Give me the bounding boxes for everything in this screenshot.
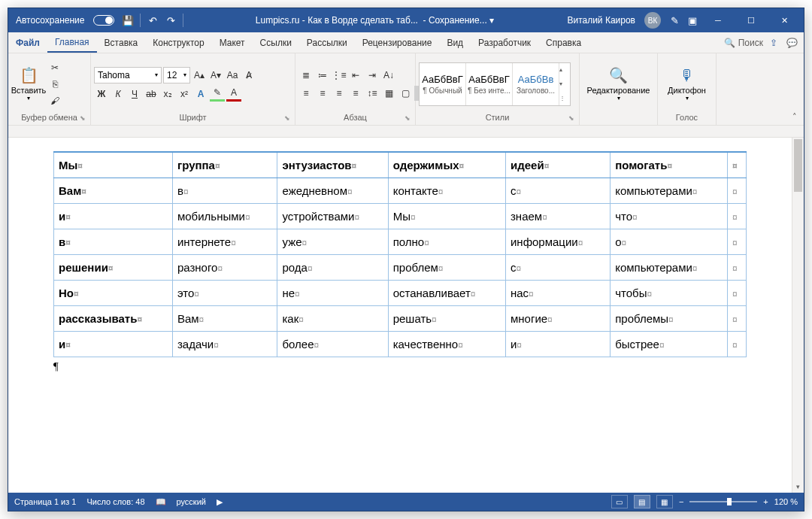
copy-icon[interactable]: ⎘ bbox=[47, 77, 62, 92]
table-cell[interactable]: более¤ bbox=[277, 332, 388, 357]
style-heading[interactable]: АаБбВвЗаголово... bbox=[513, 63, 559, 105]
table-cell[interactable]: ¤ bbox=[727, 281, 746, 306]
shading-icon[interactable]: ▦ bbox=[381, 86, 396, 101]
table-cell[interactable]: ¤ bbox=[727, 178, 746, 204]
table-cell[interactable]: рода¤ bbox=[277, 255, 388, 281]
draw-icon[interactable]: ✎ bbox=[665, 11, 683, 29]
table-cell[interactable]: задачи¤ bbox=[172, 332, 277, 357]
subscript-icon[interactable]: x₂ bbox=[160, 86, 175, 102]
bold-icon[interactable]: Ж bbox=[94, 86, 109, 102]
table-cell[interactable]: ¤ bbox=[727, 306, 746, 332]
table-cell[interactable]: с¤ bbox=[505, 255, 610, 281]
underline-icon[interactable]: Ч bbox=[127, 86, 142, 102]
table-cell[interactable]: не¤ bbox=[277, 281, 388, 306]
table-cell[interactable]: Вам¤ bbox=[172, 306, 277, 332]
tab-mailings[interactable]: Рассылки bbox=[299, 32, 355, 53]
table-cell[interactable]: ¤ bbox=[727, 255, 746, 281]
table-cell[interactable]: интернете¤ bbox=[172, 229, 277, 255]
document-table[interactable]: Мы¤группа¤энтузиастов¤одержимых¤идеей¤по… bbox=[53, 151, 747, 357]
table-cell[interactable]: как¤ bbox=[277, 306, 388, 332]
superscript-icon[interactable]: x² bbox=[177, 86, 192, 102]
table-row[interactable]: рассказывать¤Вам¤как¤решать¤многие¤пробл… bbox=[54, 306, 747, 332]
view-web[interactable]: ▦ bbox=[656, 495, 673, 508]
tab-insert[interactable]: Вставка bbox=[97, 32, 146, 53]
table-cell[interactable]: разного¤ bbox=[172, 255, 277, 281]
table-cell[interactable]: ¤ bbox=[727, 204, 746, 229]
clear-format-icon[interactable]: A̷ bbox=[241, 68, 256, 83]
tab-developer[interactable]: Разработчик bbox=[471, 32, 538, 53]
align-right-icon[interactable]: ≡ bbox=[332, 86, 347, 101]
table-cell[interactable]: компьютерами¤ bbox=[611, 255, 728, 281]
zoom-slider[interactable] bbox=[689, 501, 757, 502]
style-nospacing[interactable]: АаБбВвГ¶ Без инте... bbox=[466, 63, 513, 105]
numbering-icon[interactable]: ≔ bbox=[315, 68, 330, 83]
shrink-font-icon[interactable]: A▾ bbox=[208, 68, 223, 83]
table-cell[interactable]: проблем¤ bbox=[388, 255, 505, 281]
line-spacing-icon[interactable]: ↕≡ bbox=[365, 86, 380, 101]
table-cell[interactable]: качественно¤ bbox=[388, 332, 505, 357]
table-cell[interactable]: что¤ bbox=[611, 204, 728, 229]
tab-layout[interactable]: Макет bbox=[212, 32, 253, 53]
maximize-button[interactable]: ☐ bbox=[735, 8, 768, 32]
collapse-ribbon-icon[interactable]: ˄ bbox=[786, 53, 804, 125]
scroll-down-icon[interactable]: ▾ bbox=[792, 481, 804, 493]
dictate-button[interactable]: 🎙 Диктофон ▾ bbox=[670, 60, 704, 108]
table-cell[interactable]: это¤ bbox=[172, 281, 277, 306]
comments-button[interactable]: 💬 bbox=[784, 35, 799, 50]
table-cell[interactable]: компьютерами¤ bbox=[611, 178, 728, 204]
table-row[interactable]: в¤интернете¤уже¤полно¤информации¤о¤¤ bbox=[54, 229, 747, 255]
bullets-icon[interactable]: ≣ bbox=[298, 68, 314, 83]
outdent-icon[interactable]: ⇤ bbox=[348, 68, 363, 83]
table-row[interactable]: и¤задачи¤более¤качественно¤и¤быстрее¤¤ bbox=[54, 332, 747, 357]
paste-button[interactable]: 📋 Вставить ▾ bbox=[11, 60, 46, 108]
table-cell[interactable]: решении¤ bbox=[54, 255, 173, 281]
indent-icon[interactable]: ⇥ bbox=[365, 68, 380, 83]
table-cell[interactable]: и¤ bbox=[54, 332, 173, 357]
borders-icon[interactable]: ▢ bbox=[398, 86, 413, 101]
table-row[interactable]: решении¤разного¤рода¤проблем¤с¤компьютер… bbox=[54, 255, 747, 281]
table-cell[interactable]: и¤ bbox=[505, 332, 610, 357]
vertical-scrollbar[interactable]: ▾ bbox=[792, 138, 804, 493]
align-center-icon[interactable]: ≡ bbox=[315, 86, 330, 101]
autosave-toggle[interactable] bbox=[93, 15, 114, 26]
scroll-thumb[interactable] bbox=[794, 139, 802, 192]
table-cell[interactable]: Вам¤ bbox=[54, 178, 173, 204]
table-cell[interactable]: контакте¤ bbox=[388, 178, 505, 204]
table-cell[interactable]: решать¤ bbox=[388, 306, 505, 332]
table-cell[interactable]: в¤ bbox=[54, 229, 173, 255]
user-name[interactable]: Виталий Каиров bbox=[562, 15, 640, 26]
table-cell[interactable]: многие¤ bbox=[505, 306, 610, 332]
table-row[interactable]: Но¤это¤не¤останавливает¤нас¤чтобы¤¤ bbox=[54, 281, 747, 306]
zoom-in-button[interactable]: + bbox=[763, 497, 768, 506]
ribbon-options-icon[interactable]: ▣ bbox=[683, 11, 701, 29]
view-focus[interactable]: ▭ bbox=[611, 495, 628, 508]
table-cell[interactable]: помогать¤ bbox=[611, 152, 728, 178]
font-size[interactable]: 12▾ bbox=[163, 67, 190, 83]
table-cell[interactable]: полно¤ bbox=[388, 229, 505, 255]
font-color-icon[interactable]: A bbox=[226, 86, 241, 102]
status-words[interactable]: Число слов: 48 bbox=[86, 497, 144, 506]
change-case-icon[interactable]: Aa bbox=[225, 68, 240, 83]
document-canvas[interactable]: Мы¤группа¤энтузиастов¤одержимых¤идеей¤по… bbox=[8, 138, 792, 493]
tab-review[interactable]: Рецензирование bbox=[355, 32, 440, 53]
table-cell[interactable]: нас¤ bbox=[505, 281, 610, 306]
table-cell[interactable]: уже¤ bbox=[277, 229, 388, 255]
style-normal[interactable]: АаБбВвГ¶ Обычный bbox=[420, 63, 466, 105]
text-effects-icon[interactable]: A bbox=[193, 86, 208, 102]
zoom-out-button[interactable]: − bbox=[679, 497, 683, 506]
format-painter-icon[interactable]: 🖌 bbox=[47, 93, 62, 108]
table-cell[interactable]: ¤ bbox=[727, 229, 746, 255]
status-language[interactable]: русский bbox=[177, 497, 206, 506]
editing-button[interactable]: 🔍 Редактирование ▾ bbox=[601, 60, 636, 108]
view-print[interactable]: ▤ bbox=[634, 495, 650, 508]
table-cell[interactable]: останавливает¤ bbox=[388, 281, 505, 306]
align-left-icon[interactable]: ≡ bbox=[298, 86, 314, 101]
tab-home[interactable]: Главная bbox=[47, 32, 97, 53]
font-name[interactable]: Tahoma▾ bbox=[94, 67, 162, 83]
table-cell[interactable]: чтобы¤ bbox=[611, 281, 728, 306]
table-cell[interactable]: одержимых¤ bbox=[388, 152, 505, 178]
save-icon[interactable]: 💾 bbox=[119, 11, 137, 29]
share-button[interactable]: ⇪ bbox=[766, 35, 781, 50]
table-cell[interactable]: Мы¤ bbox=[388, 204, 505, 229]
table-cell[interactable]: ¤ bbox=[727, 332, 746, 357]
